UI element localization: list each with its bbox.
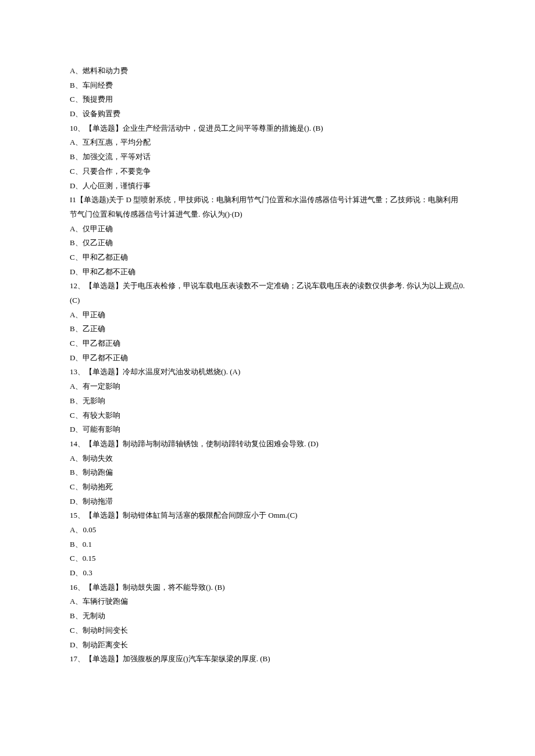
text-line: B、车间经费 [70,78,465,93]
text-line: A、甲正确 [70,308,465,323]
text-line: B、乙正确 [70,322,465,336]
text-line: A、仅甲正确 [70,222,465,237]
text-line: C、制动时间变长 [70,624,465,638]
text-line: D、设备购置费 [70,107,465,121]
text-line: D、人心叵测，谨慎行事 [70,179,465,194]
text-line: D、甲和乙都不正确 [70,265,465,280]
text-line: B、仅乙正确 [70,236,465,250]
text-line: A、燃料和动力费 [70,64,465,78]
text-line: A、互利互惠，平均分配 [70,135,465,150]
text-line: C、预提费用 [70,92,465,107]
text-line: 14、【单选题】制动蹄与制动蹄轴锈蚀，使制动蹄转动复位困难会导致. (D) [70,437,465,452]
text-line: C、甲乙都正确 [70,336,465,351]
text-line: B、无制动 [70,609,465,624]
text-line: C、只要合作，不要竞争 [70,164,465,179]
text-line: 17、【单选题】加强腹板的厚度应()汽车车架纵梁的厚度. (B) [70,652,465,667]
text-line: C、有较大影响 [70,409,465,423]
text-line: C、0.15 [70,551,465,566]
text-line: D、0.3 [70,566,465,581]
text-line: C、甲和乙都正确 [70,250,465,265]
text-line: I1【单选题)关于 D 型喷射系统，甲技师说：电脑利用节气门位置和水温传感器信号… [70,193,465,221]
text-line: 15、【单选题】制动钳体缸筒与活塞的极限配合间隙应小于 Omm.(C) [70,508,465,523]
text-line: 16、【单选题】制动鼓失圆，将不能导致(). (B) [70,581,465,595]
text-line: D、制动拖滞 [70,495,465,509]
text-line: 10、【单选题】企业生产经营活动中，促进员工之间平等尊重的措施是(). (B) [70,121,465,136]
text-line: D、甲乙都不正确 [70,351,465,366]
text-line: B、0.1 [70,538,465,552]
text-line: A、有一定影响 [70,379,465,394]
text-line: 13、【单选题】冷却水温度对汽油发动机燃烧(). (A) [70,365,465,379]
text-line: B、无影响 [70,394,465,409]
text-line: C、制动抱死 [70,480,465,495]
text-line: A、车辆行驶跑偏 [70,594,465,609]
text-line: A、0.05 [70,523,465,538]
text-line: A、制动失效 [70,452,465,466]
text-line: D、可能有影响 [70,422,465,437]
document-page: A、燃料和动力费 B、车间经费 C、预提费用 D、设备购置费 10、【单选题】企… [0,0,535,756]
text-line: 12、【单选题】关于电压表检修，甲说车载电压表读数不一定准确；乙说车载电压表的读… [70,279,465,307]
text-line: B、制动跑偏 [70,465,465,480]
text-line: D、制动距离变长 [70,638,465,653]
text-line: B、加强交流，平等对话 [70,150,465,164]
